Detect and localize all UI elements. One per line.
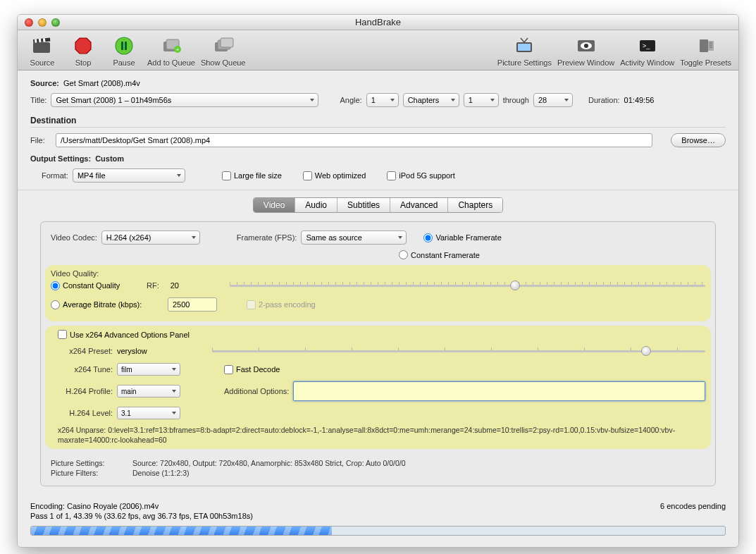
format-label: Format: — [42, 171, 68, 180]
picture-settings-value: Source: 720x480, Output: 720x480, Anamor… — [132, 459, 406, 467]
x264-preset-slider[interactable] — [212, 345, 705, 357]
svg-rect-3 — [39, 39, 42, 42]
svg-text:>_: >_ — [643, 42, 650, 49]
ipod-checkbox[interactable] — [387, 171, 396, 180]
activity-window-button[interactable]: >_ Activity Window — [620, 35, 674, 67]
status-bar: Encoding: Casino Royale (2006).m4v 6 enc… — [18, 496, 738, 547]
stop-button[interactable]: Stop — [66, 35, 101, 67]
constant-quality-radio[interactable] — [51, 281, 60, 290]
app-window: HandBrake Source Stop Pause — [17, 14, 739, 548]
output-preset-name: Custom — [95, 154, 124, 163]
terminal-icon: >_ — [636, 35, 659, 57]
pause-button[interactable]: Pause — [106, 35, 142, 67]
x264-tune-select[interactable]: film — [117, 363, 180, 376]
svg-text:+: + — [176, 47, 180, 53]
picture-filters-label: Picture Filters: — [51, 469, 128, 477]
rf-value: 20 — [171, 281, 179, 290]
svg-line-19 — [524, 38, 528, 42]
browse-button[interactable]: Browse… — [671, 133, 726, 147]
video-codec-label: Video Codec: — [51, 233, 97, 242]
framerate-select[interactable]: Same as source — [301, 230, 407, 245]
clapperboard-icon — [31, 35, 54, 57]
tab-subtitles[interactable]: Subtitles — [337, 198, 390, 212]
average-bitrate-radio[interactable] — [51, 300, 60, 309]
duration-value: 01:49:56 — [624, 96, 655, 104]
encoding-status: Encoding: Casino Royale (2006).m4v — [30, 502, 159, 510]
title-select[interactable]: Get Smart (2008) 1 – 01h49m56s — [51, 93, 318, 107]
svg-rect-0 — [33, 42, 50, 53]
fast-decode-checkbox[interactable] — [224, 365, 233, 374]
svg-marker-5 — [75, 38, 91, 54]
angle-label: Angle: — [340, 96, 361, 104]
pending-status: 6 encodes pending — [660, 502, 726, 510]
h264-profile-select[interactable]: main — [117, 385, 180, 398]
svg-rect-17 — [518, 44, 531, 51]
destination-field[interactable] — [56, 133, 652, 147]
bitrate-field[interactable] — [168, 297, 217, 312]
variable-framerate-radio[interactable] — [423, 233, 433, 242]
through-label: through — [503, 96, 529, 104]
drawer-icon — [695, 35, 717, 57]
svg-rect-4 — [43, 38, 46, 42]
pass-status: Pass 1 of 1, 43.39 % (33.62 fps, avg 36.… — [30, 512, 253, 520]
range-mode-select[interactable]: Chapters — [403, 93, 459, 107]
progress-bar — [30, 526, 726, 536]
format-select[interactable]: MP4 file — [73, 168, 185, 183]
window-title: HandBrake — [18, 17, 738, 27]
two-pass-checkbox — [247, 300, 256, 309]
framerate-label: Framerate (FPS): — [237, 233, 297, 242]
angle-select[interactable]: 1 — [366, 93, 399, 107]
output-settings-label: Output Settings: — [30, 154, 91, 163]
additional-options-label: Additional Options: — [224, 387, 289, 395]
add-to-queue-button[interactable]: + Add to Queue — [147, 35, 195, 67]
svg-point-22 — [584, 44, 588, 48]
svg-rect-25 — [700, 39, 708, 52]
x264-tune-label: x264 Tune: — [58, 365, 113, 374]
h264-level-label: H.264 Level: — [58, 409, 113, 417]
source-button[interactable]: Source — [25, 35, 60, 67]
video-quality-label: Video Quality: — [51, 269, 99, 278]
pause-icon — [113, 35, 135, 57]
picture-settings-button[interactable]: Picture Settings — [497, 35, 552, 67]
tab-advanced[interactable]: Advanced — [390, 198, 448, 212]
constant-framerate-radio[interactable] — [399, 250, 408, 259]
destination-section: Destination — [30, 113, 726, 128]
picture-settings-label: Picture Settings: — [51, 459, 128, 467]
eye-icon — [575, 35, 597, 57]
svg-line-18 — [521, 38, 524, 42]
toggle-presets-button[interactable]: Toggle Presets — [680, 35, 731, 67]
queue-add-icon: + — [160, 35, 182, 57]
large-file-checkbox[interactable] — [222, 171, 231, 180]
source-filename: Get Smart (2008).m4v — [63, 79, 140, 87]
duration-label: Duration: — [588, 96, 620, 104]
quality-slider[interactable] — [230, 279, 705, 292]
video-codec-select[interactable]: H.264 (x264) — [101, 230, 200, 245]
additional-options-field[interactable] — [293, 381, 705, 401]
file-label: File: — [30, 136, 51, 144]
title-label: Title: — [30, 96, 47, 104]
tab-audio[interactable]: Audio — [295, 198, 337, 212]
x264-preset-value: veryslow — [117, 347, 147, 355]
svg-rect-26 — [708, 41, 714, 51]
svg-rect-15 — [221, 38, 233, 47]
svg-rect-7 — [121, 42, 123, 50]
h264-level-select[interactable]: 3.1 — [117, 407, 180, 419]
web-optimized-checkbox[interactable] — [303, 171, 312, 180]
svg-point-6 — [116, 37, 132, 54]
stop-icon — [72, 35, 94, 57]
rf-label: RF: — [147, 281, 159, 290]
tab-video[interactable]: Video — [254, 198, 295, 212]
chapter-from-select[interactable]: 1 — [464, 93, 499, 107]
show-queue-button[interactable]: Show Queue — [201, 35, 246, 67]
picture-filters-value: Denoise (1:1:2:3) — [132, 469, 190, 477]
svg-rect-8 — [125, 42, 127, 50]
chapter-to-select[interactable]: 28 — [533, 93, 573, 107]
queue-icon — [212, 35, 235, 57]
x264-preset-label: x264 Preset: — [58, 347, 113, 355]
titlebar: HandBrake — [18, 15, 738, 30]
svg-rect-2 — [35, 39, 37, 42]
tab-chapters[interactable]: Chapters — [448, 198, 502, 212]
preview-window-button[interactable]: Preview Window — [557, 35, 614, 67]
source-label: Source: — [30, 79, 59, 87]
use-advanced-checkbox[interactable] — [58, 330, 67, 339]
